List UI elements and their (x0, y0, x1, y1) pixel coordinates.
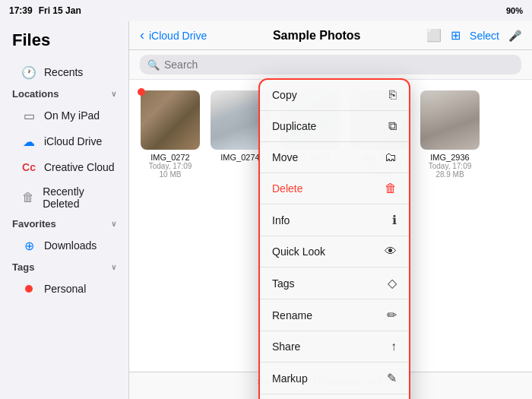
sidebar-item-creative-cloud[interactable]: Cc Creative Cloud (0, 154, 128, 180)
menu-label: Share (272, 340, 300, 353)
status-right: 90% (506, 6, 523, 15)
menu-item-share[interactable]: Share ↑ (260, 331, 409, 363)
downloads-icon: ⊕ (21, 238, 36, 253)
favorites-label: Favorites (12, 218, 56, 230)
personal-tag-icon (21, 281, 36, 296)
context-menu: Copy ⎘ Duplicate ⧉ Move 🗂 Delete 🗑 Info (258, 78, 410, 399)
menu-item-compress[interactable]: Compress ⬛ (260, 394, 409, 399)
delete-icon: 🗑 (385, 182, 397, 195)
menu-label: Quick Look (272, 245, 325, 258)
duplicate-icon: ⧉ (388, 119, 397, 133)
markup-icon: ✎ (387, 371, 397, 385)
quick-look-icon: 👁 (385, 245, 397, 258)
menu-label: Tags (272, 277, 295, 290)
menu-item-markup[interactable]: Markup ✎ (260, 363, 409, 394)
locations-section-header[interactable]: Locations ∨ (0, 85, 128, 103)
content-area: ‹ iCloud Drive Sample Photos ⬜ ⊞ Select … (129, 21, 532, 399)
tags-chevron: ∨ (111, 263, 116, 271)
copy-icon: ⎘ (389, 88, 397, 102)
sidebar-item-on-my-ipad[interactable]: ▭ On My iPad (0, 103, 128, 128)
sidebar-item-label: Downloads (44, 239, 97, 252)
menu-label: Markup (272, 372, 308, 385)
trash-icon: 🗑 (21, 190, 35, 205)
date-display: Fri 15 Jan (39, 5, 81, 16)
info-icon: ℹ (392, 213, 397, 227)
tags-icon: ◇ (388, 276, 397, 290)
menu-label: Delete (272, 182, 302, 195)
ipad-icon: ▭ (21, 108, 36, 123)
menu-item-tags[interactable]: Tags ◇ (260, 268, 409, 299)
favorites-chevron: ∨ (111, 220, 116, 228)
tags-section-header[interactable]: Tags ∨ (0, 258, 128, 276)
menu-item-quick-look[interactable]: Quick Look 👁 (260, 236, 409, 268)
sidebar-item-label: Personal (44, 283, 86, 295)
menu-label: Rename (272, 309, 312, 321)
recents-icon: 🕐 (21, 65, 36, 80)
menu-item-move[interactable]: Move 🗂 (260, 142, 409, 173)
share-icon: ↑ (391, 340, 397, 353)
icloud-icon: ☁ (21, 134, 36, 149)
menu-label: Info (272, 214, 290, 226)
sidebar-title: Files (0, 30, 128, 59)
sidebar-item-personal[interactable]: Personal (0, 276, 128, 302)
menu-label: Duplicate (272, 120, 316, 132)
move-icon: 🗂 (385, 150, 397, 164)
menu-label: Copy (272, 89, 297, 101)
context-menu-overlay: Copy ⎘ Duplicate ⧉ Move 🗂 Delete 🗑 Info (129, 21, 532, 399)
menu-item-duplicate[interactable]: Duplicate ⧉ (260, 111, 409, 142)
sidebar-item-label: Recently Deleted (43, 185, 116, 210)
sidebar-item-icloud-drive[interactable]: ☁ iCloud Drive (0, 128, 128, 154)
menu-item-rename[interactable]: Rename ✏ (260, 299, 409, 331)
sidebar-item-downloads[interactable]: ⊕ Downloads (0, 233, 128, 258)
sidebar-item-label: Creative Cloud (44, 161, 115, 173)
sidebar-item-label: On My iPad (44, 109, 100, 122)
menu-item-delete[interactable]: Delete 🗑 (260, 173, 409, 204)
status-bar: 17:39 Fri 15 Jan 90% (0, 0, 532, 21)
sidebar-item-label: Recents (44, 66, 83, 78)
locations-chevron: ∨ (111, 90, 116, 98)
creative-cloud-icon: Cc (21, 160, 36, 175)
favorites-section-header[interactable]: Favorites ∨ (0, 215, 128, 233)
tags-label: Tags (12, 261, 34, 273)
main-layout: Files 🕐 Recents Locations ∨ ▭ On My iPad… (0, 21, 532, 399)
sidebar-item-label: iCloud Drive (44, 135, 102, 147)
battery-display: 90% (506, 6, 523, 15)
status-left: 17:39 Fri 15 Jan (9, 5, 81, 16)
rename-icon: ✏ (387, 308, 397, 322)
menu-item-copy[interactable]: Copy ⎘ (260, 80, 409, 111)
time-display: 17:39 (9, 5, 33, 16)
sidebar-item-recents[interactable]: 🕐 Recents (0, 59, 128, 85)
menu-item-info[interactable]: Info ℹ (260, 204, 409, 236)
menu-label: Move (272, 151, 298, 163)
sidebar-item-recently-deleted[interactable]: 🗑 Recently Deleted (0, 180, 128, 215)
locations-label: Locations (12, 88, 59, 100)
sidebar: Files 🕐 Recents Locations ∨ ▭ On My iPad… (0, 21, 129, 399)
